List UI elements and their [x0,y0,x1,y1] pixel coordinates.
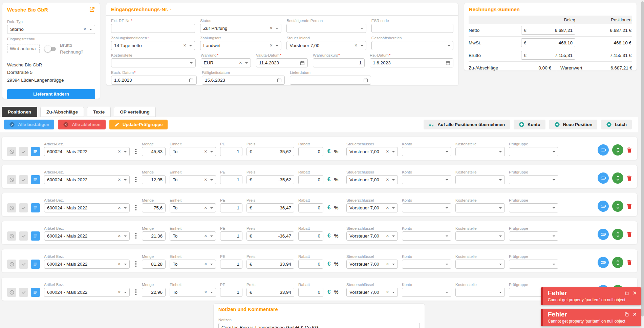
clear-icon[interactable]: ✕ [204,149,207,154]
preis-input[interactable]: € 36,47 [246,203,294,212]
confirm-position-button[interactable] [19,175,28,184]
pe-input[interactable] [220,147,242,156]
rabatt-input[interactable] [298,175,323,184]
einheit-select[interactable]: To ✕ [170,288,216,297]
more-options-button[interactable] [598,172,609,184]
position-details-button[interactable] [31,288,40,297]
konto-select[interactable] [402,231,451,241]
artikel-select[interactable]: 600024 - Mais 2022 ✕ [44,147,130,156]
preis-input[interactable]: € -35,62 [246,175,294,184]
notizen-input[interactable] [218,323,420,328]
konto-select[interactable] [402,147,451,156]
clear-icon[interactable]: ✕ [204,262,207,266]
euro-mode-icon[interactable]: € [327,204,330,211]
kostenstelle-select[interactable] [455,288,505,297]
waehrungskurs-input[interactable] [313,58,365,67]
netto-beleg-input[interactable]: € 6.687,21 [521,26,575,35]
clear-icon[interactable]: ✕ [204,234,207,238]
confirm-position-button[interactable] [19,260,28,269]
menge-input[interactable] [142,147,166,156]
confirm-position-button[interactable] [19,288,28,297]
reject-all-button[interactable]: Alle ablehnen [58,120,106,129]
kebab-menu-icon[interactable] [134,233,138,239]
calendar-icon[interactable] [189,78,194,83]
steuerschluessel-select[interactable]: Vorsteuer 7,00 ✕ [346,260,398,269]
artikel-select[interactable]: 600024 - Mais 2022 ✕ [44,203,130,212]
clear-icon[interactable]: ✕ [118,262,121,266]
more-options-button[interactable] [598,201,609,212]
menge-input[interactable] [142,231,166,241]
artikel-select[interactable]: 600024 - Mais 2022 ✕ [44,231,130,241]
kebab-menu-icon[interactable] [134,261,138,267]
kostenstelle-select[interactable] [455,260,505,269]
steuer-inland-select[interactable]: Vorsteuer 7,00 ✕ [286,41,366,50]
bestaetigende-person-select[interactable] [286,24,366,33]
clear-icon[interactable]: ✕ [355,43,358,48]
clear-icon[interactable]: ✕ [270,43,273,48]
confirm-position-button[interactable] [19,203,28,212]
calendar-icon[interactable] [363,78,368,83]
clear-icon[interactable]: ✕ [239,61,242,65]
preis-input[interactable]: € -36,47 [246,231,294,241]
percent-mode-icon[interactable]: % [334,233,338,239]
einheit-select[interactable]: To ✕ [170,231,216,241]
confirm-position-button[interactable] [19,231,28,241]
vertical-scrollbar[interactable] [641,0,644,328]
clear-icon[interactable]: ✕ [83,27,86,32]
clear-icon[interactable]: ✕ [183,43,186,48]
percent-mode-icon[interactable]: % [334,261,338,267]
clear-icon[interactable]: ✕ [118,149,121,154]
konto-select[interactable] [402,288,451,297]
pe-input[interactable] [220,260,242,269]
kebab-menu-icon[interactable] [134,177,138,183]
open-external-icon[interactable] [89,6,95,13]
kostenstelle-select[interactable] [455,231,505,241]
block-position-button[interactable] [7,147,16,156]
euro-mode-icon[interactable]: € [327,176,330,183]
new-position-button[interactable]: Neue Position [549,120,598,129]
block-position-button[interactable] [7,260,16,269]
clear-icon[interactable]: ✕ [386,149,389,154]
block-position-button[interactable] [7,175,16,184]
kebab-menu-icon[interactable] [134,205,138,211]
tab-op-verteilung[interactable]: OP verteilung [114,107,156,117]
steuerschluessel-select[interactable]: Vorsteuer 7,00 ✕ [346,175,398,184]
position-details-button[interactable] [31,231,40,241]
esr-code-input[interactable] [371,24,453,33]
more-options-button[interactable] [598,257,609,268]
clear-icon[interactable]: ✕ [204,290,207,294]
tab-texte[interactable]: Texte [87,107,111,117]
pruefgruppe-select[interactable] [509,203,558,212]
delete-position-button[interactable] [627,175,632,181]
add-konto-button[interactable]: Konto [514,120,545,129]
clear-icon[interactable]: ✕ [386,234,389,238]
einheit-select[interactable]: To ✕ [170,147,216,156]
close-icon[interactable]: ✕ [632,312,637,317]
rabatt-input[interactable] [298,203,323,212]
euro-mode-icon[interactable]: € [327,261,330,267]
valuta-datum-input[interactable]: 11.4.2023 [256,58,308,67]
preis-input[interactable]: € 35,62 [246,147,294,156]
delete-position-button[interactable] [627,203,632,209]
steuerschluessel-select[interactable]: Vorsteuer 7,00 ✕ [346,288,398,297]
pruefgruppe-select[interactable] [509,260,558,269]
calendar-icon[interactable] [300,61,305,65]
kebab-menu-icon[interactable] [134,148,138,155]
confirm-position-button[interactable] [19,147,28,156]
kebab-menu-icon[interactable] [134,289,138,295]
euro-mode-icon[interactable]: € [327,289,330,295]
artikel-select[interactable]: 600024 - Mais 2022 ✕ [44,175,130,184]
rabatt-input[interactable] [298,288,323,297]
lieferdatum-input[interactable] [290,76,371,85]
preis-input[interactable]: € 33,94 [246,288,294,297]
pe-input[interactable] [220,203,242,212]
apply-to-all-positions-button[interactable]: Auf alle Positionen übernehmen [424,120,510,129]
position-details-button[interactable] [31,147,40,156]
change-supplier-button[interactable]: Lieferant ändern [7,89,95,99]
euro-mode-icon[interactable]: € [327,148,330,155]
steuerschluessel-select[interactable]: Vorsteuer 7,00 ✕ [346,231,398,241]
clear-icon[interactable]: ✕ [386,206,389,210]
pruefgruppe-select[interactable] [509,175,558,184]
geschaeftsbereich-select[interactable] [371,41,453,50]
menge-input[interactable] [142,203,166,212]
